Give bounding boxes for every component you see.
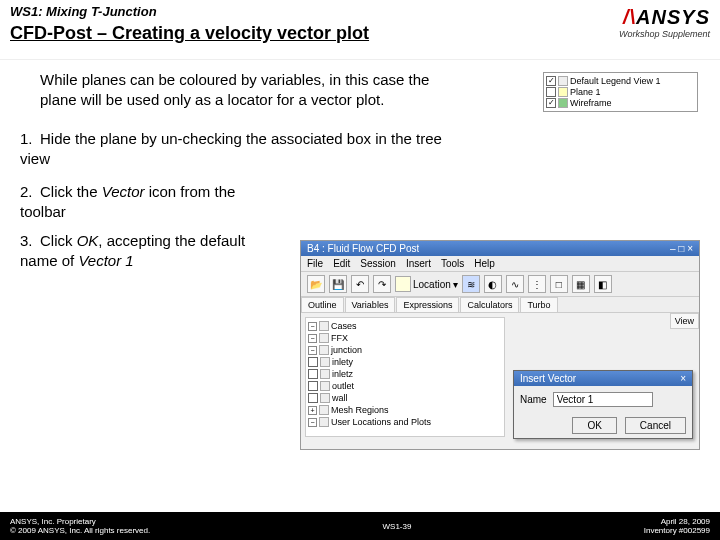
menu-help[interactable]: Help: [474, 258, 495, 269]
tree-ffx[interactable]: −FFX: [308, 332, 502, 344]
window-titlebar: B4 : Fluid Flow CFD Post – □ ×: [301, 241, 699, 256]
checkbox-icon[interactable]: [546, 87, 556, 97]
menu-edit[interactable]: Edit: [333, 258, 350, 269]
supplement-label: Workshop Supplement: [619, 29, 710, 39]
outline-tree: −Cases −FFX −junction inlety inletz outl…: [305, 317, 505, 437]
misc3-icon[interactable]: ◧: [594, 275, 612, 293]
tree-ulp[interactable]: −User Locations and Plots: [308, 416, 502, 428]
bc-icon: [320, 357, 330, 367]
workshop-label: WS1: Mixing T-Junction: [10, 4, 710, 19]
step-2: 2.Click the Vector icon from the toolbar: [20, 182, 250, 221]
toolbar: 📂 💾 ↶ ↷ Location▾ ≋ ◐ ∿ ⋮ □ ▦ ◧: [301, 272, 699, 297]
ok-button[interactable]: OK: [572, 417, 616, 434]
checkbox-icon[interactable]: ✓: [546, 76, 556, 86]
case-icon: [319, 333, 329, 343]
menu-bar: File Edit Session Insert Tools Help: [301, 256, 699, 272]
step-1: 1.Hide the plane by un-checking the asso…: [20, 129, 450, 168]
cancel-button[interactable]: Cancel: [625, 417, 686, 434]
tab-turbo[interactable]: Turbo: [520, 297, 557, 312]
particle-icon[interactable]: ⋮: [528, 275, 546, 293]
step-3: 3.Click OK, accepting the default name o…: [20, 231, 250, 270]
footer-right: April 28, 2009 Inventory #002599: [644, 517, 710, 535]
domain-icon: [319, 345, 329, 355]
checkbox-icon[interactable]: ✓: [546, 98, 556, 108]
location-icon: [395, 276, 411, 292]
misc2-icon[interactable]: ▦: [572, 275, 590, 293]
insert-vector-dialog: Insert Vector × Name OK Cancel: [513, 370, 693, 439]
tree-junction[interactable]: −junction: [308, 344, 502, 356]
left-tabs: Outline Variables Expressions Calculator…: [301, 297, 699, 313]
dialog-buttons: OK Cancel: [514, 413, 692, 438]
dialog-name-row: Name: [514, 386, 692, 413]
menu-file[interactable]: File: [307, 258, 323, 269]
dialog-title: Insert Vector: [520, 373, 576, 384]
tab-calculators[interactable]: Calculators: [460, 297, 519, 312]
tab-outline[interactable]: Outline: [301, 297, 344, 312]
dialog-titlebar: Insert Vector ×: [514, 371, 692, 386]
name-label: Name: [520, 394, 547, 405]
bc-icon: [320, 393, 330, 403]
slide-footer: ANSYS, Inc. Proprietary © 2009 ANSYS, In…: [0, 512, 720, 540]
tab-expressions[interactable]: Expressions: [396, 297, 459, 312]
redo-icon[interactable]: ↷: [373, 275, 391, 293]
plane-icon: [558, 87, 568, 97]
logo-area: /\ANSYS Workshop Supplement: [619, 6, 710, 39]
close-icon[interactable]: ×: [680, 373, 686, 384]
location-dropdown[interactable]: Location▾: [395, 276, 458, 292]
window-controls[interactable]: – □ ×: [670, 243, 693, 254]
tree-cases[interactable]: −Cases: [308, 320, 502, 332]
app-window: B4 : Fluid Flow CFD Post – □ × File Edit…: [300, 240, 700, 450]
tree-row-plane: Plane 1: [546, 87, 695, 97]
legend-icon: [558, 76, 568, 86]
tree-clip: ✓Default Legend View 1 Plane 1 ✓Wirefram…: [543, 72, 698, 112]
slide-title: CFD-Post – Creating a velocity vector pl…: [10, 23, 710, 44]
save-icon[interactable]: 💾: [329, 275, 347, 293]
view-button[interactable]: View: [670, 313, 699, 329]
window-title: B4 : Fluid Flow CFD Post: [307, 243, 419, 254]
name-input[interactable]: [553, 392, 653, 407]
menu-tools[interactable]: Tools: [441, 258, 464, 269]
folder-icon: [319, 321, 329, 331]
tree-outlet[interactable]: outlet: [308, 380, 502, 392]
tree-inlety[interactable]: inlety: [308, 356, 502, 368]
slide-header: WS1: Mixing T-Junction CFD-Post – Creati…: [0, 0, 720, 60]
folder-icon: [319, 417, 329, 427]
vector-icon[interactable]: ≋: [462, 275, 480, 293]
undo-icon[interactable]: ↶: [351, 275, 369, 293]
tab-variables[interactable]: Variables: [345, 297, 396, 312]
streamline-icon[interactable]: ∿: [506, 275, 524, 293]
footer-left: ANSYS, Inc. Proprietary © 2009 ANSYS, In…: [10, 517, 150, 535]
mesh-icon: [319, 405, 329, 415]
open-icon[interactable]: 📂: [307, 275, 325, 293]
intro-text: While planes can be coloured by variable…: [40, 70, 440, 109]
tree-row-wireframe: ✓Wireframe: [546, 98, 695, 108]
tree-row-legend: ✓Default Legend View 1: [546, 76, 695, 86]
ansys-logo: /\ANSYS: [619, 6, 710, 29]
footer-center: WS1-39: [383, 522, 412, 531]
tree-wall[interactable]: wall: [308, 392, 502, 404]
menu-session[interactable]: Session: [360, 258, 396, 269]
menu-insert[interactable]: Insert: [406, 258, 431, 269]
bc-icon: [320, 369, 330, 379]
bc-icon: [320, 381, 330, 391]
contour-icon[interactable]: ◐: [484, 275, 502, 293]
wireframe-icon: [558, 98, 568, 108]
tree-mesh[interactable]: +Mesh Regions: [308, 404, 502, 416]
tree-inletz[interactable]: inletz: [308, 368, 502, 380]
misc-icon[interactable]: □: [550, 275, 568, 293]
